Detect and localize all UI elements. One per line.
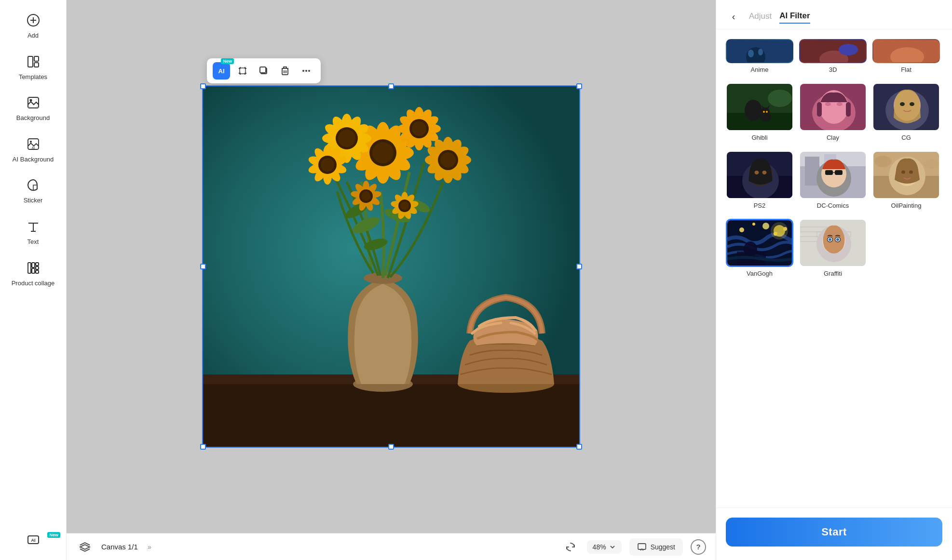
svg-rect-157	[846, 102, 851, 117]
filter-item-flat-partial[interactable]: Flat	[872, 39, 940, 73]
zoom-control[interactable]: 48%	[587, 540, 622, 554]
sidebar-item-background-label: Background	[16, 114, 50, 122]
canvas-label: Canvas 1/1	[101, 543, 138, 551]
sidebar-item-text-label: Text	[27, 238, 39, 246]
svg-rect-14	[28, 263, 31, 273]
canvas-main: AI New	[67, 0, 716, 533]
duplicate-button[interactable]	[255, 62, 272, 80]
filter-label-ps2: PS2	[754, 202, 766, 209]
filter-row-1: Ghibli C	[726, 83, 942, 141]
start-btn-wrap: Start	[716, 507, 952, 560]
filter-item-cg[interactable]: CG	[872, 83, 940, 141]
svg-rect-156	[817, 102, 822, 117]
filter-item-ghibli[interactable]: Ghibli	[726, 83, 793, 141]
canvas-nav-arrow[interactable]: »	[146, 541, 153, 553]
filter-label-flat: Flat	[901, 66, 911, 73]
svg-point-148	[763, 111, 765, 113]
filter-thumb-ghibli	[726, 83, 793, 131]
svg-point-147	[761, 107, 770, 116]
svg-point-29	[305, 70, 307, 72]
ai-toolbar-button[interactable]: AI New	[213, 62, 230, 80]
more-button[interactable]	[298, 62, 315, 80]
filter-thumb-vangogh	[726, 219, 793, 267]
filter-label-ghibli: Ghibli	[751, 134, 767, 141]
svg-point-137	[758, 49, 763, 55]
sidebar-item-templates[interactable]: Templates	[0, 46, 66, 88]
sidebar-item-product-collage[interactable]: Product collage	[0, 253, 66, 294]
collage-icon	[25, 259, 42, 277]
sidebar-item-add[interactable]: Add	[0, 5, 66, 46]
sidebar-item-templates-label: Templates	[19, 73, 47, 81]
filter-item-vangogh[interactable]: VanGogh	[726, 219, 793, 277]
filter-thumb-oilpainting	[872, 151, 940, 199]
delete-button[interactable]	[276, 62, 294, 80]
svg-rect-18	[36, 267, 39, 269]
svg-point-185	[924, 159, 939, 169]
filter-thumb-clay	[799, 83, 867, 131]
sidebar-item-ai-bottom[interactable]: AI New	[0, 524, 66, 555]
filter-label-vangogh: VanGogh	[747, 270, 773, 277]
svg-text:AI: AI	[31, 538, 35, 543]
suggest-label: Suggest	[651, 543, 675, 551]
svg-rect-15	[32, 263, 35, 267]
layers-button[interactable]	[76, 538, 94, 556]
filter-thumb-anime-partial	[726, 39, 793, 63]
filter-row-2: PS2	[726, 151, 942, 209]
svg-point-110	[440, 152, 456, 168]
svg-point-149	[766, 111, 768, 113]
svg-point-145	[745, 100, 762, 121]
template-icon	[25, 53, 42, 70]
sidebar-item-ai-background[interactable]: AI AI Background	[0, 129, 66, 170]
svg-point-56	[372, 142, 394, 163]
filter-item-graffiti[interactable]: Graffiti	[799, 219, 867, 277]
rotate-button[interactable]	[562, 538, 579, 556]
ai-background-icon: AI	[25, 135, 42, 153]
help-button[interactable]: ?	[691, 539, 706, 555]
panel-header: ‹ Adjust AI Filter	[716, 0, 952, 29]
filter-item-anime-partial[interactable]: Anime	[726, 39, 793, 73]
filter-item-clay[interactable]: Clay	[799, 83, 867, 141]
sidebar-item-text[interactable]: Text	[0, 211, 66, 253]
start-button[interactable]: Start	[726, 518, 942, 547]
sidebar: Add Templates Background	[0, 0, 67, 560]
svg-point-162	[910, 102, 914, 106]
svg-rect-176	[835, 170, 843, 175]
svg-rect-19	[36, 270, 39, 273]
sidebar-item-ai-background-label: AI Background	[13, 156, 54, 163]
filter-label-clay: Clay	[827, 134, 839, 141]
crop-button[interactable]	[234, 62, 251, 80]
svg-point-7	[29, 99, 32, 102]
filter-item-ps2[interactable]: PS2	[726, 151, 793, 209]
filter-label-anime: Anime	[751, 66, 769, 73]
svg-text:AI: AI	[31, 146, 35, 149]
svg-rect-4	[34, 56, 39, 61]
ai-bottom-icon: AI	[25, 531, 42, 548]
svg-rect-175	[825, 170, 833, 175]
svg-point-132	[400, 201, 409, 210]
svg-point-96	[321, 158, 334, 172]
svg-point-9	[30, 141, 32, 143]
filter-item-oilpainting[interactable]: OilPainting	[872, 151, 940, 209]
suggest-button[interactable]: Suggest	[629, 538, 683, 556]
sticker-icon	[25, 176, 42, 194]
svg-point-121	[361, 191, 371, 201]
tab-adjust[interactable]: Adjust	[749, 10, 772, 23]
sidebar-item-add-label: Add	[27, 32, 39, 40]
tab-ai-filter[interactable]: AI Filter	[779, 9, 810, 24]
right-panel: ‹ Adjust AI Filter Anime	[716, 0, 952, 560]
canvas-area: AI New	[67, 0, 716, 560]
svg-point-70	[338, 130, 355, 147]
svg-point-207	[836, 238, 839, 241]
sidebar-item-background[interactable]: Background	[0, 87, 66, 129]
svg-point-182	[901, 171, 905, 174]
svg-point-184	[874, 156, 892, 167]
filter-item-3d-partial[interactable]: 3D	[799, 39, 867, 73]
svg-point-190	[752, 223, 755, 226]
filter-item-dc-comics[interactable]: DC-Comics	[799, 151, 867, 209]
filter-grid: Anime 3D Fl	[716, 29, 952, 507]
filter-thumb-graffiti	[799, 219, 867, 267]
canvas-container[interactable]: AI New	[202, 85, 580, 448]
sidebar-item-sticker[interactable]: Sticker	[0, 170, 66, 211]
back-button[interactable]: ‹	[726, 9, 741, 24]
svg-point-187	[739, 227, 744, 232]
